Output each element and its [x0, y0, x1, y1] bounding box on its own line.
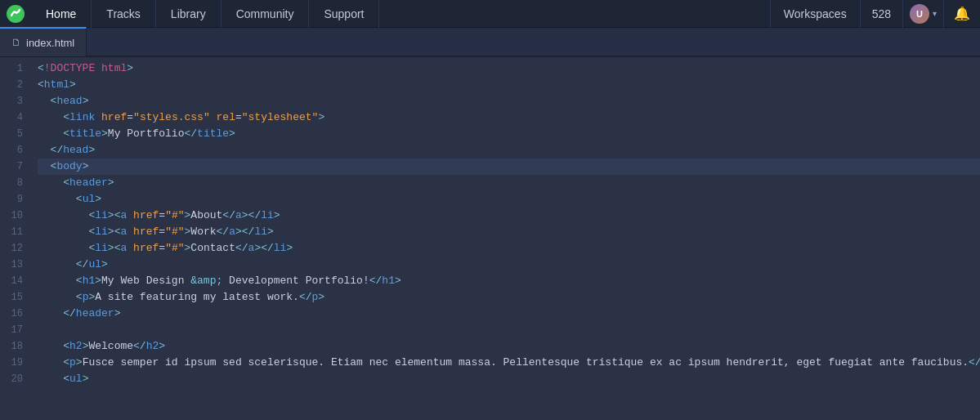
nav-item-home[interactable]: Home — [31, 0, 92, 28]
code-line-18: <h2>Welcome</h2> — [38, 338, 980, 355]
line-num: 20 — [0, 371, 23, 387]
notification-button[interactable]: 🔔 — [944, 0, 980, 28]
code-content[interactable]: <!DOCTYPE html> <html> <head> <link href… — [31, 57, 980, 420]
code-line-9: <ul> — [38, 191, 980, 208]
count-display: 528 — [861, 0, 903, 28]
nav-item-support[interactable]: Support — [309, 0, 379, 28]
chevron-down-icon: ▾ — [933, 9, 937, 18]
line-num: 10 — [0, 208, 23, 224]
line-numbers: 1 2 3 4 5 6 7 8 9 10 11 12 13 14 15 16 1… — [0, 57, 31, 420]
code-line-19: <p>Fusce semper id ipsum sed scelerisque… — [38, 355, 980, 371]
code-line-1: <!DOCTYPE html> — [38, 60, 980, 77]
nav-item-library[interactable]: Library — [156, 0, 222, 28]
line-num: 8 — [0, 175, 23, 191]
line-num: 19 — [0, 355, 23, 371]
code-line-14: <h1>My Web Design &amp; Development Port… — [38, 273, 980, 289]
code-line-13: </ul> — [38, 257, 980, 273]
code-line-12: <li><a href="#">Contact</a></li> — [38, 240, 980, 257]
tab-bar: 🗋 index.html — [0, 28, 980, 57]
top-navigation: Home Tracks Library Community Support Wo… — [0, 0, 980, 28]
code-line-16: </header> — [38, 306, 980, 322]
line-num: 1 — [0, 60, 23, 77]
code-editor: 1 2 3 4 5 6 7 8 9 10 11 12 13 14 15 16 1… — [0, 57, 980, 420]
logo-icon — [6, 4, 25, 24]
code-line-17 — [38, 322, 980, 338]
code-line-7: <body> — [38, 159, 980, 175]
nav-item-community[interactable]: Community — [222, 0, 310, 28]
line-num: 2 — [0, 77, 23, 93]
line-num: 6 — [0, 142, 23, 159]
svg-point-0 — [7, 5, 25, 23]
line-num: 15 — [0, 289, 23, 306]
code-line-6: </head> — [38, 142, 980, 159]
code-line-2: <html> — [38, 77, 980, 93]
line-num: 13 — [0, 257, 23, 273]
logo[interactable] — [0, 0, 31, 28]
line-num: 9 — [0, 191, 23, 208]
line-num: 12 — [0, 240, 23, 257]
code-line-10: <li><a href="#">About</a></li> — [38, 208, 980, 224]
workspaces-button[interactable]: Workspaces — [771, 0, 861, 28]
tab-index-html[interactable]: 🗋 index.html — [0, 27, 87, 56]
line-num: 5 — [0, 126, 23, 142]
line-num: 4 — [0, 109, 23, 126]
nav-right-area: Workspaces 528 U ▾ 🔔 — [770, 0, 980, 28]
line-num: 7 — [0, 159, 23, 175]
code-line-11: <li><a href="#">Work</a></li> — [38, 224, 980, 240]
avatar: U — [910, 4, 929, 24]
line-num: 18 — [0, 338, 23, 355]
code-line-15: <p>A site featuring my latest work.</p> — [38, 289, 980, 306]
line-num: 16 — [0, 306, 23, 322]
code-line-5: <title>My Portfolio</title> — [38, 126, 980, 142]
avatar-button[interactable]: U ▾ — [903, 0, 944, 28]
code-line-4: <link href="styles.css" rel="stylesheet"… — [38, 109, 980, 126]
line-num: 11 — [0, 224, 23, 240]
code-line-20: <ul> — [38, 371, 980, 387]
line-num: 3 — [0, 93, 23, 109]
file-icon: 🗋 — [11, 37, 21, 48]
line-num: 14 — [0, 273, 23, 289]
line-num: 17 — [0, 322, 23, 338]
nav-item-tracks[interactable]: Tracks — [92, 0, 155, 28]
bell-icon: 🔔 — [954, 6, 970, 21]
code-line-3: <head> — [38, 93, 980, 109]
code-line-8: <header> — [38, 175, 980, 191]
